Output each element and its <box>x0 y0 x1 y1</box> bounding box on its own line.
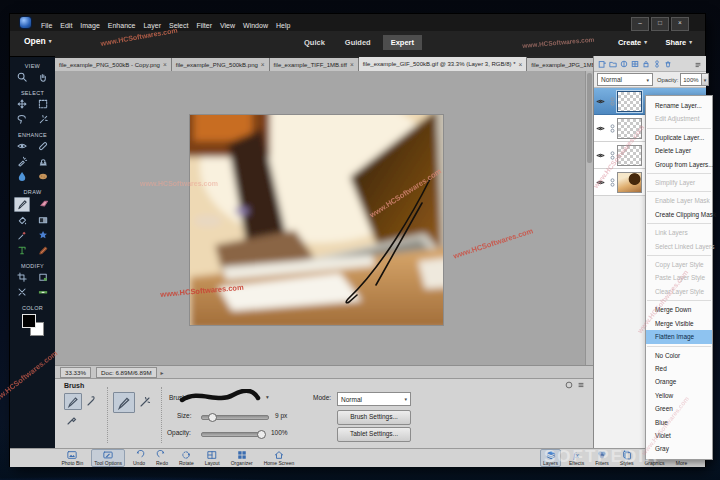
layer-thumbnail[interactable] <box>617 172 642 193</box>
canvas-area[interactable] <box>55 71 593 365</box>
lock-transparency-icon[interactable] <box>631 60 639 68</box>
context-menu-item-orange[interactable]: Orange <box>646 375 712 388</box>
blend-mode-select[interactable]: Normal▾ <box>597 73 653 86</box>
taskbar-styles[interactable]: Styles <box>617 449 637 467</box>
brush-picker-arrow-icon[interactable]: ▾ <box>266 394 269 400</box>
close-tab-icon[interactable]: × <box>261 61 265 68</box>
doc-size[interactable]: Doc: 6.89M/6.89M <box>96 367 157 378</box>
opacity-slider[interactable] <box>201 432 265 437</box>
crop-tool[interactable] <box>15 271 29 284</box>
document-tab[interactable]: file_example_PNG_500kB.png× <box>172 58 270 71</box>
healing-brush-tool[interactable] <box>36 140 50 153</box>
document-tab[interactable]: file_example_GIF_500kB.gif @ 33.3% (Laye… <box>359 57 528 71</box>
context-menu-item-violet[interactable]: Violet <box>646 429 712 442</box>
foreground-color-swatch[interactable] <box>22 314 36 328</box>
taskbar-organizer[interactable]: Organizer <box>228 449 256 467</box>
context-menu-item-group-from-layers[interactable]: Group from Layers... <box>646 158 712 171</box>
taskbar-rotate[interactable]: Rotate <box>176 449 197 467</box>
taskbar-photo-bin[interactable]: Photo Bin <box>59 449 87 467</box>
context-menu-item-yellow[interactable]: Yellow <box>646 389 712 402</box>
content-aware-move-tool[interactable] <box>15 286 29 299</box>
taskbar-layout[interactable]: Layout <box>202 449 223 467</box>
share-button[interactable]: Share▾ <box>665 38 692 47</box>
visibility-eye-icon[interactable] <box>596 125 605 132</box>
marquee-tool[interactable] <box>36 98 50 111</box>
airbrush-button[interactable] <box>137 394 153 409</box>
visibility-eye-icon[interactable] <box>596 179 605 186</box>
status-arrow-icon[interactable]: ▸ <box>161 369 164 376</box>
eyedropper-tool[interactable] <box>15 229 29 242</box>
context-menu-item-green[interactable]: Green <box>646 402 712 415</box>
move-tool[interactable] <box>15 98 29 111</box>
eraser-tool[interactable] <box>37 197 51 210</box>
quick-selection-tool[interactable] <box>36 113 50 126</box>
taskbar-effects[interactable]: fxEffects <box>566 449 587 467</box>
hand-tool[interactable] <box>36 71 50 84</box>
shape-tool[interactable] <box>36 229 50 242</box>
context-menu-item-no-color[interactable]: No Color <box>646 349 712 362</box>
taskbar-home-screen[interactable]: Home Screen <box>261 449 298 467</box>
document-tab[interactable]: file_example_TIFF_1MB.tiff× <box>270 58 359 71</box>
visibility-eye-icon[interactable] <box>596 152 605 159</box>
taskbar-redo[interactable]: Redo <box>153 449 171 467</box>
layers-panel-menu-icon[interactable] <box>694 55 702 73</box>
taskbar-layers[interactable]: Layers <box>540 449 561 467</box>
link-layers-icon[interactable] <box>653 60 661 68</box>
context-menu-item-gray[interactable]: Gray <box>646 442 712 455</box>
mode-tab-quick[interactable]: Quick <box>296 35 333 50</box>
brush-stroke-preview[interactable] <box>177 389 263 405</box>
delete-layer-icon[interactable] <box>664 60 672 68</box>
pencil-tool[interactable] <box>36 244 50 257</box>
size-slider[interactable] <box>201 415 269 420</box>
context-menu-item-merge-visible[interactable]: Merge Visible <box>646 317 712 330</box>
canvas-image[interactable] <box>190 115 443 325</box>
new-group-icon[interactable] <box>609 60 617 68</box>
straighten-tool[interactable] <box>36 286 50 299</box>
panel-menu-icon[interactable] <box>577 381 585 389</box>
brush-settings-button[interactable]: Brush Settings... <box>337 410 411 425</box>
impressionist-brush-button[interactable] <box>83 393 99 408</box>
paint-bucket-tool[interactable] <box>15 214 29 227</box>
type-tool[interactable] <box>15 244 29 257</box>
close-tab-icon[interactable]: × <box>519 61 523 68</box>
current-brush-button[interactable] <box>113 392 135 413</box>
brush-variant-button[interactable] <box>64 393 82 410</box>
taskbar-filters[interactable]: Filters <box>592 449 612 467</box>
tablet-settings-button[interactable]: Tablet Settings... <box>337 427 411 442</box>
context-menu-item-red[interactable]: Red <box>646 362 712 375</box>
minimize-button[interactable]: – <box>631 17 649 31</box>
mode-tab-guided[interactable]: Guided <box>337 35 379 50</box>
close-button[interactable]: × <box>671 17 689 31</box>
size-slider-thumb[interactable] <box>208 413 217 422</box>
context-menu-item-merge-down[interactable]: Merge Down <box>646 303 712 316</box>
layer-thumbnail[interactable] <box>617 91 642 112</box>
adjustment-layer-icon[interactable] <box>620 60 628 68</box>
smart-brush-tool[interactable] <box>15 155 29 168</box>
scrollbar-thumb[interactable] <box>587 73 592 163</box>
document-tab[interactable]: file_example_PNG_500kB - Copy.png× <box>55 58 172 71</box>
context-menu-item-rename-layer[interactable]: Rename Layer... <box>646 99 712 112</box>
sponge-tool[interactable] <box>36 170 50 183</box>
canvas-vertical-scrollbar[interactable] <box>585 71 593 365</box>
close-tab-icon[interactable]: × <box>350 61 354 68</box>
gradient-tool[interactable] <box>36 214 50 227</box>
context-menu-item-delete-layer[interactable]: Delete Layer <box>646 144 712 157</box>
visibility-eye-icon[interactable] <box>596 98 605 105</box>
mode-select[interactable]: Normal▾ <box>337 392 411 406</box>
zoom-level[interactable]: 33.33% <box>60 367 91 378</box>
lasso-tool[interactable] <box>15 113 29 126</box>
maximize-button[interactable]: □ <box>651 17 669 31</box>
brush-tool[interactable] <box>14 197 30 212</box>
blur-tool[interactable] <box>15 170 29 183</box>
red-eye-tool[interactable] <box>15 140 29 153</box>
mode-tab-expert[interactable]: Expert <box>383 35 422 50</box>
context-menu-item-blue[interactable]: Blue <box>646 416 712 429</box>
close-tab-icon[interactable]: × <box>163 61 167 68</box>
document-tab[interactable]: file_example_JPG_1MB.jpg× <box>527 58 593 71</box>
opacity-slider-thumb[interactable] <box>257 430 266 439</box>
zoom-tool[interactable] <box>15 71 29 84</box>
context-menu-item-flatten-image[interactable]: Flatten Image <box>646 330 712 343</box>
help-icon[interactable] <box>565 381 573 389</box>
lock-all-icon[interactable] <box>642 60 650 68</box>
layers-opacity-input[interactable]: 100%▾ <box>680 73 709 86</box>
